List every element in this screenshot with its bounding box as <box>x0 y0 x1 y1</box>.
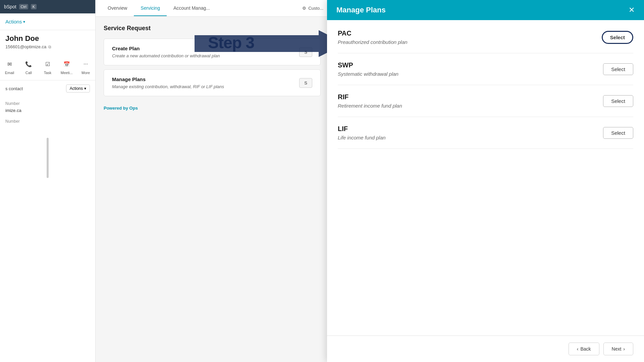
rif-desc: Retirement income fund plan <box>338 103 402 109</box>
email-action[interactable]: ✉ Email <box>0 56 19 77</box>
panel-header: Manage Plans ✕ <box>327 0 644 20</box>
create-plan-desc: Create a new automated contribution or w… <box>112 53 220 58</box>
actions-button[interactable]: Actions <box>5 19 25 24</box>
create-plan-card-left: Create Plan Create a new automated contr… <box>112 46 220 58</box>
create-plan-button[interactable]: S <box>299 47 312 57</box>
task-action[interactable]: ☑ Task <box>38 56 57 77</box>
meeting-action[interactable]: 📅 Meeti... <box>57 56 76 77</box>
manage-plans-card-left: Manage Plans Manage existing contributio… <box>112 76 224 89</box>
more-icon: ··· <box>80 59 91 69</box>
plan-item-pac: PAC Preauthorized contribution plan Sele… <box>338 29 633 53</box>
back-label: Back <box>580 346 591 352</box>
sidebar-actions-area: Actions <box>0 13 95 30</box>
more-label: More <box>82 71 90 75</box>
title-bar: bSpot Ctrl K <box>0 0 95 13</box>
copy-icon[interactable]: ⧉ <box>48 45 51 49</box>
kbd1: Ctrl <box>19 4 28 9</box>
more-action[interactable]: ··· More <box>76 56 95 77</box>
actions-small-button[interactable]: Actions ▾ <box>66 84 90 93</box>
panel-body: PAC Preauthorized contribution plan Sele… <box>327 20 644 336</box>
contact-email: 156601@optimize.ca ⧉ <box>0 44 95 53</box>
section-title: Service Request <box>104 25 321 32</box>
back-button[interactable]: ‹ Back <box>569 343 599 355</box>
panel-footer: ‹ Back Next › <box>327 336 644 362</box>
phone-number-label: Number <box>0 114 95 124</box>
task-label: Task <box>44 71 52 75</box>
close-button[interactable]: ✕ <box>629 6 635 14</box>
tab-overview[interactable]: Overview <box>101 1 134 16</box>
chevron-down-icon: ▾ <box>84 86 86 91</box>
gear-icon: ⚙ <box>302 6 306 11</box>
tabs-bar: Overview Servicing Account Manag... ⚙ Cu… <box>96 0 329 17</box>
contact-name: John Doe <box>0 30 95 44</box>
lif-name: LIF <box>338 125 386 133</box>
powered-by: Powered by Ops <box>104 100 321 116</box>
contact-section-header: s contact Actions ▾ <box>5 84 90 93</box>
website: imize.ca <box>0 107 95 114</box>
tab-servicing[interactable]: Servicing <box>134 1 167 16</box>
create-plan-card: Create Plan Create a new automated contr… <box>104 39 321 65</box>
plan-item-lif: LIF Life income fund plan Select <box>338 117 633 149</box>
create-plan-title: Create Plan <box>112 46 220 51</box>
next-label: Next <box>612 346 622 352</box>
action-icons-bar: ✉ Email 📞 Call ☑ Task 📅 Meeti... ··· Mor… <box>0 53 95 80</box>
plan-pac-info: PAC Preauthorized contribution plan <box>338 29 408 45</box>
manage-plans-card: Manage Plans Manage existing contributio… <box>104 69 321 96</box>
call-label: Call <box>25 71 32 75</box>
manage-plans-title: Manage Plans <box>112 76 224 82</box>
plan-rif-info: RIF Retirement income fund plan <box>338 93 402 109</box>
email-label: Email <box>5 71 14 75</box>
ops-brand: Ops <box>129 106 138 111</box>
plan-swp-info: SWP Systematic withdrawal plan <box>338 61 398 77</box>
swp-desc: Systematic withdrawal plan <box>338 71 398 77</box>
main-content: Overview Servicing Account Manag... ⚙ Cu… <box>96 0 329 362</box>
manage-plans-desc: Manage existing contribution, withdrawal… <box>112 84 224 89</box>
pac-desc: Preauthorized contribution plan <box>338 39 408 45</box>
tab-account-manager[interactable]: Account Manag... <box>167 1 217 16</box>
chevron-right-icon: › <box>623 346 625 352</box>
meeting-label: Meeti... <box>61 71 73 75</box>
scroll-thumb[interactable] <box>47 138 49 178</box>
manage-plans-button[interactable]: S <box>299 78 312 88</box>
customize-label: Custo... <box>308 6 323 11</box>
plan-item-rif: RIF Retirement income fund plan Select <box>338 85 633 117</box>
rif-select-button[interactable]: Select <box>603 95 633 107</box>
swp-select-button[interactable]: Select <box>603 63 633 75</box>
chevron-left-icon: ‹ <box>577 346 579 352</box>
pac-name: PAC <box>338 29 408 37</box>
sidebar: bSpot Ctrl K Actions John Doe 156601@opt… <box>0 0 96 362</box>
manage-plans-panel: Manage Plans ✕ PAC Preauthorized contrib… <box>327 0 644 362</box>
email-icon: ✉ <box>4 59 15 69</box>
call-action[interactable]: 📞 Call <box>19 56 38 77</box>
app-name: bSpot <box>4 4 16 9</box>
main-body: Service Request Create Plan Create a new… <box>96 17 329 124</box>
task-icon: ☑ <box>42 59 53 69</box>
actions-small-label: Actions <box>70 86 83 91</box>
plan-item-swp: SWP Systematic withdrawal plan Select <box>338 53 633 85</box>
call-icon: 📞 <box>23 59 34 69</box>
customize-button[interactable]: ⚙ Custo... <box>302 6 323 11</box>
panel-title: Manage Plans <box>336 6 386 14</box>
contact-section-title: s contact <box>5 86 23 91</box>
lif-desc: Life income fund plan <box>338 135 386 140</box>
number-label: Number <box>0 100 95 107</box>
next-button[interactable]: Next › <box>603 343 633 355</box>
contact-section: s contact Actions ▾ <box>0 80 95 100</box>
kbd2: K <box>31 4 37 9</box>
plan-lif-info: LIF Life income fund plan <box>338 125 386 140</box>
rif-name: RIF <box>338 93 402 101</box>
meeting-icon: 📅 <box>61 59 72 69</box>
pac-select-button[interactable]: Select <box>602 31 633 44</box>
lif-select-button[interactable]: Select <box>603 127 633 139</box>
swp-name: SWP <box>338 61 398 69</box>
